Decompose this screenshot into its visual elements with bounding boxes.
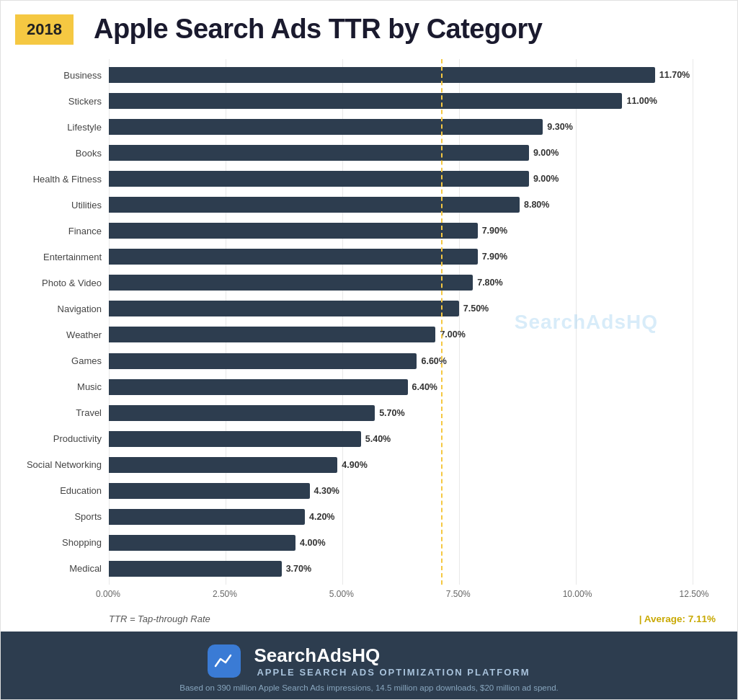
- bar-value-label: 11.00%: [626, 96, 657, 106]
- logo-icon: [213, 650, 235, 672]
- y-label: Education: [15, 480, 102, 502]
- bar-value-label: 7.90%: [482, 252, 507, 262]
- y-label: Sports: [15, 506, 102, 528]
- bar-value-label: 4.20%: [309, 512, 334, 522]
- bar: [109, 301, 459, 316]
- y-label: Navigation: [15, 298, 102, 319]
- footer: SearchAdsHQ APPLE SEARCH ADS OPTIMIZATIO…: [1, 632, 737, 699]
- bar: [109, 171, 529, 187]
- chart-container: BusinessStickersLifestyleBooksHealth & F…: [15, 59, 716, 632]
- main-title: Apple Search Ads TTR by Category: [94, 14, 542, 45]
- bars-area: SearchAdsHQ 11.70%11.00%9.30%9.00%9.00%8…: [109, 59, 716, 585]
- bar-row: 7.80%: [109, 272, 716, 293]
- bar: [109, 405, 375, 421]
- x-tick: 2.50%: [213, 589, 237, 599]
- bar-value-label: 3.70%: [286, 564, 311, 574]
- bar: [109, 457, 337, 473]
- bar-row: 4.30%: [109, 480, 716, 502]
- bar-value-label: 7.90%: [482, 226, 507, 236]
- bar-row: 7.00%: [109, 324, 716, 345]
- footer-top: SearchAdsHQ APPLE SEARCH ADS OPTIMIZATIO…: [208, 644, 530, 678]
- bar-value-label: 7.80%: [477, 278, 502, 288]
- year-badge: 2018: [15, 14, 74, 45]
- average-line: [441, 59, 443, 585]
- y-label: Shopping: [15, 532, 102, 554]
- x-tick: 0.00%: [96, 589, 120, 599]
- bar-row: 6.60%: [109, 350, 716, 372]
- bar: [109, 93, 622, 109]
- page-container: 2018 Apple Search Ads TTR by Category Bu…: [0, 0, 738, 700]
- bar-value-label: 7.00%: [440, 329, 465, 340]
- bar: [109, 561, 282, 577]
- y-label: Games: [15, 350, 102, 372]
- y-label: Utilities: [15, 194, 102, 216]
- bar-value-label: 5.40%: [365, 434, 391, 444]
- bar: [109, 509, 305, 525]
- y-label: Finance: [15, 220, 102, 242]
- bar-value-label: 6.60%: [421, 356, 446, 366]
- bar-value-label: 8.80%: [524, 200, 549, 210]
- bar-row: 6.40%: [109, 376, 716, 398]
- bar-row: 3.70%: [109, 558, 716, 580]
- bar-row: 5.70%: [109, 402, 716, 424]
- bar-value-label: 9.30%: [547, 122, 572, 132]
- bar-value-label: 7.50%: [463, 304, 489, 314]
- bar-value-label: 4.30%: [314, 486, 339, 496]
- bar-row: 4.00%: [109, 532, 716, 554]
- footer-brand: SearchAdsHQ: [254, 644, 530, 667]
- y-label: Books: [15, 142, 102, 164]
- y-labels: BusinessStickersLifestyleBooksHealth & F…: [15, 59, 109, 585]
- bar-value-label: 4.90%: [342, 460, 367, 470]
- bar-value-label: 9.00%: [533, 148, 559, 158]
- y-label: Entertainment: [15, 246, 102, 267]
- footer-disclaimer: Based on 390 million Apple Search Ads im…: [179, 683, 559, 692]
- bar-row: 9.00%: [109, 142, 716, 164]
- bar: [109, 197, 520, 213]
- bar: [109, 353, 417, 369]
- bar-value-label: 5.70%: [379, 408, 404, 418]
- bar-row: 7.90%: [109, 220, 716, 242]
- bar: [109, 67, 655, 83]
- bar-value-label: 4.00%: [300, 538, 325, 548]
- bar-row: 9.00%: [109, 168, 716, 190]
- bar: [109, 483, 310, 499]
- y-label: Social Networking: [15, 454, 102, 476]
- bar: [109, 379, 408, 395]
- y-label: Health & Fitness: [15, 168, 102, 190]
- bar-row: 9.30%: [109, 116, 716, 138]
- bar-row: 7.90%: [109, 246, 716, 267]
- footer-tagline: APPLE SEARCH ADS OPTIMIZATION PLATFORM: [257, 667, 530, 678]
- bar-row: 8.80%: [109, 194, 716, 216]
- bar: [109, 145, 529, 161]
- x-tick: 7.50%: [446, 589, 471, 599]
- y-label: Business: [15, 64, 102, 86]
- bar-row: 4.90%: [109, 454, 716, 476]
- y-label: Stickers: [15, 90, 102, 112]
- y-label: Productivity: [15, 428, 102, 450]
- bar: [109, 119, 543, 135]
- header: 2018 Apple Search Ads TTR by Category: [1, 1, 737, 52]
- bar-row: 11.00%: [109, 90, 716, 112]
- bar-row: 7.50%: [109, 298, 716, 319]
- bar-row: 11.70%: [109, 64, 716, 86]
- bar-row: 4.20%: [109, 506, 716, 528]
- footer-brand-group: SearchAdsHQ APPLE SEARCH ADS OPTIMIZATIO…: [254, 644, 530, 678]
- x-tick: 10.00%: [563, 589, 592, 599]
- footer-logo: [208, 644, 241, 678]
- bar: [109, 327, 435, 342]
- bar: [109, 275, 473, 291]
- ttr-definition: TTR = Tap-through Rate: [109, 613, 210, 624]
- y-label: Photo & Video: [15, 272, 102, 293]
- y-label: Medical: [15, 558, 102, 580]
- x-tick: 12.50%: [680, 589, 709, 599]
- bar-value-label: 6.40%: [412, 382, 437, 392]
- chart-notes: TTR = Tap-through Rate | Average: 7.11%: [109, 613, 716, 632]
- bar: [109, 223, 478, 239]
- average-note: | Average: 7.11%: [639, 613, 716, 624]
- y-label: Travel: [15, 402, 102, 424]
- bar-value-label: 11.70%: [659, 70, 690, 80]
- y-label: Lifestyle: [15, 116, 102, 138]
- x-tick: 5.00%: [329, 589, 354, 599]
- bar-row: 5.40%: [109, 428, 716, 450]
- x-axis: 0.00%2.50%5.00%7.50%10.00%12.50%: [109, 589, 716, 603]
